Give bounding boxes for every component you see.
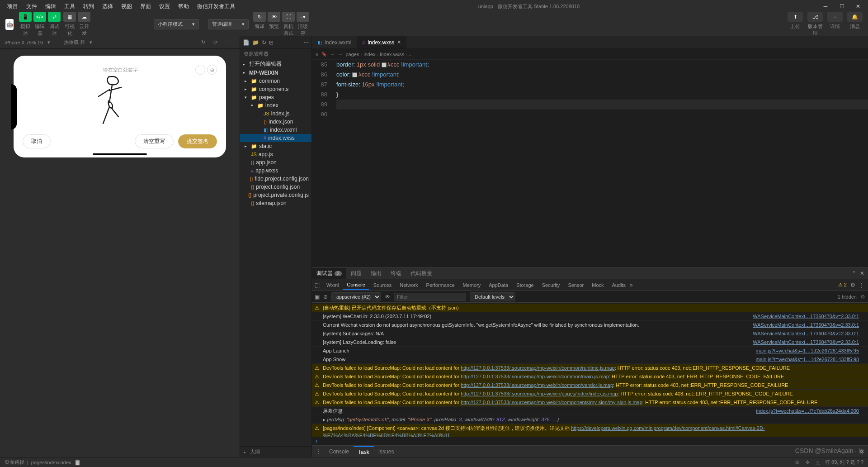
- cloud-dev-button[interactable]: ☁: [78, 12, 90, 22]
- gear-icon[interactable]: ⚙: [850, 282, 855, 288]
- menu-视图[interactable]: 视图: [118, 1, 136, 12]
- close-icon[interactable]: ✕: [397, 39, 401, 45]
- status-icon-1[interactable]: ⚙: [795, 459, 800, 466]
- dt2-Network[interactable]: Network: [396, 281, 422, 290]
- dt1-输出[interactable]: 输出: [366, 268, 386, 279]
- menu-选择[interactable]: 选择: [99, 1, 117, 12]
- dots-icon[interactable]: ⋮: [859, 282, 864, 288]
- device-selector[interactable]: iPhone X 75% 16: [5, 40, 43, 45]
- sim-menu-icon[interactable]: ⋯: [226, 39, 231, 45]
- filter-input[interactable]: [394, 293, 466, 301]
- dt1-调试器[interactable]: 调试器2: [312, 268, 346, 279]
- tree-app.wxss[interactable]: #app.wxss: [240, 167, 311, 175]
- tree-index.wxml[interactable]: ◧index.wxml: [240, 126, 311, 134]
- capsule-close-icon[interactable]: ◎: [207, 65, 217, 75]
- tb-上传[interactable]: ⬆: [788, 12, 803, 22]
- collapse-icon[interactable]: ⊟: [269, 39, 274, 46]
- console-output[interactable]: [自动热重载] 已开启代码文件保存后自动热重载（不支持 json）[system…: [312, 303, 868, 437]
- drawer-icon[interactable]: ⋮: [312, 448, 325, 455]
- tb-详情[interactable]: ≡: [827, 12, 843, 22]
- menu-设置[interactable]: 设置: [156, 1, 174, 12]
- menu-文件[interactable]: 文件: [23, 1, 41, 12]
- open-editors-section[interactable]: ▸打开的编辑器: [240, 59, 311, 69]
- close-button[interactable]: ✕: [852, 2, 864, 11]
- refresh-icon[interactable]: ↻: [262, 39, 266, 46]
- dt2-Mock[interactable]: Mock: [588, 281, 608, 290]
- menu-帮助[interactable]: 帮助: [175, 1, 193, 12]
- tree-app.js[interactable]: JSapp.js: [240, 150, 311, 158]
- menu-微信开发者工具[interactable]: 微信开发者工具: [193, 1, 239, 12]
- tab-index.wxml[interactable]: ◧index.wxml: [312, 36, 357, 48]
- editor-toggle[interactable]: </>: [33, 12, 46, 22]
- bc-bookmark-icon[interactable]: 🔖: [321, 51, 327, 57]
- tab-index.wxss[interactable]: #index.wxss✕: [357, 36, 406, 48]
- status-icon-3[interactable]: △: [816, 459, 820, 466]
- tree-pages[interactable]: ▾📁pages: [240, 93, 311, 101]
- dt2-Storage[interactable]: Storage: [512, 281, 538, 290]
- tree-index.json[interactable]: {}index.json: [240, 118, 311, 126]
- tree-index.js[interactable]: JSindex.js: [240, 110, 311, 118]
- maximize-button[interactable]: ☐: [835, 2, 848, 11]
- menu-转到[interactable]: 转到: [80, 1, 98, 12]
- tree-sitemap.json[interactable]: {}sitemap.json: [240, 199, 311, 207]
- tree-app.json[interactable]: {}app.json: [240, 158, 311, 167]
- tree-index[interactable]: ▾📁index: [240, 101, 311, 110]
- context-select[interactable]: appservice (#2): [331, 292, 381, 301]
- hotreload-indicator[interactable]: 热重载 开: [64, 39, 85, 46]
- capsule-menu-icon[interactable]: ⋯: [195, 65, 205, 75]
- dtb-Console[interactable]: Console: [325, 447, 354, 457]
- menu-工具[interactable]: 工具: [61, 1, 79, 12]
- dt2-Console[interactable]: Console: [343, 280, 369, 290]
- preview-button[interactable]: 👁: [268, 12, 280, 22]
- dt2-Memory[interactable]: Memory: [459, 281, 485, 290]
- tree-components[interactable]: ▸📁components: [240, 85, 311, 93]
- tree-fide.project.config.json[interactable]: {}fide.project.config.json: [240, 175, 311, 183]
- dt2-Audits[interactable]: Audits: [608, 281, 630, 290]
- sim-rotate-icon[interactable]: ⟳: [213, 39, 217, 45]
- menu-界面[interactable]: 界面: [137, 1, 155, 12]
- status-icon-2[interactable]: ❖: [805, 459, 810, 466]
- signature-canvas[interactable]: [23, 78, 217, 131]
- tree-common[interactable]: ▸📁common: [240, 77, 311, 85]
- settings-icon[interactable]: ⚙: [860, 294, 865, 300]
- dt-close-icon[interactable]: ✕: [860, 270, 864, 276]
- mode-select[interactable]: 小程序模式▾: [154, 19, 199, 29]
- menu-编辑[interactable]: 编辑: [42, 1, 60, 12]
- bc-menu-icon[interactable]: ≡: [316, 52, 318, 57]
- minimize-button[interactable]: ─: [819, 2, 832, 11]
- bc-forward-icon[interactable]: →: [338, 52, 343, 57]
- cancel-button[interactable]: 取消: [23, 134, 51, 148]
- dt1-代码质量[interactable]: 代码质量: [406, 268, 437, 279]
- menu-项目[interactable]: 项目: [4, 1, 22, 12]
- project-root[interactable]: ▾MP-WEIXIN: [240, 69, 311, 77]
- console-sidebar-icon[interactable]: ▣: [315, 294, 320, 300]
- dt1-问题[interactable]: 问题: [346, 268, 366, 279]
- dt-min-icon[interactable]: ⌃: [852, 270, 856, 276]
- debugger-toggle[interactable]: ⇄: [48, 12, 61, 22]
- simulator-toggle[interactable]: 📱: [19, 12, 32, 22]
- dtb-Issues[interactable]: Issues: [374, 447, 399, 457]
- inspect-icon[interactable]: ⬚: [312, 282, 322, 288]
- new-folder-icon[interactable]: 📁: [252, 39, 259, 46]
- submit-button[interactable]: 提交签名: [178, 134, 217, 148]
- tb-消息[interactable]: 🔔: [847, 12, 863, 22]
- page-path[interactable]: pages/index/index: [31, 460, 71, 465]
- copy-path-icon[interactable]: 📋: [74, 459, 81, 466]
- dt2-Sensor[interactable]: Sensor: [564, 281, 588, 290]
- tree-project.private.config.js[interactable]: {}project.private.config.js: [240, 191, 311, 199]
- compile-select[interactable]: 普通编译▾: [208, 19, 249, 29]
- remote-debug-button[interactable]: ⛶: [282, 12, 295, 22]
- tree-static[interactable]: ▸📁static: [240, 142, 311, 150]
- bc-back-icon[interactable]: ←: [330, 52, 335, 57]
- more-icon[interactable]: ⋯: [303, 39, 309, 46]
- dtb-Task[interactable]: Task: [354, 446, 374, 457]
- tree-project.config.json[interactable]: {}project.config.json: [240, 183, 311, 191]
- more-tabs-icon[interactable]: »: [630, 282, 633, 288]
- tree-index.wxss[interactable]: #index.wxss: [240, 134, 311, 142]
- visual-button[interactable]: ▦: [63, 12, 76, 22]
- compile-button[interactable]: ↻: [253, 12, 266, 22]
- dt2-AppData[interactable]: AppData: [485, 281, 512, 290]
- dt2-Wxml[interactable]: Wxml: [322, 281, 343, 290]
- tb-版本管理[interactable]: ⎇: [807, 12, 823, 22]
- clear-button[interactable]: 清空重写: [135, 134, 174, 148]
